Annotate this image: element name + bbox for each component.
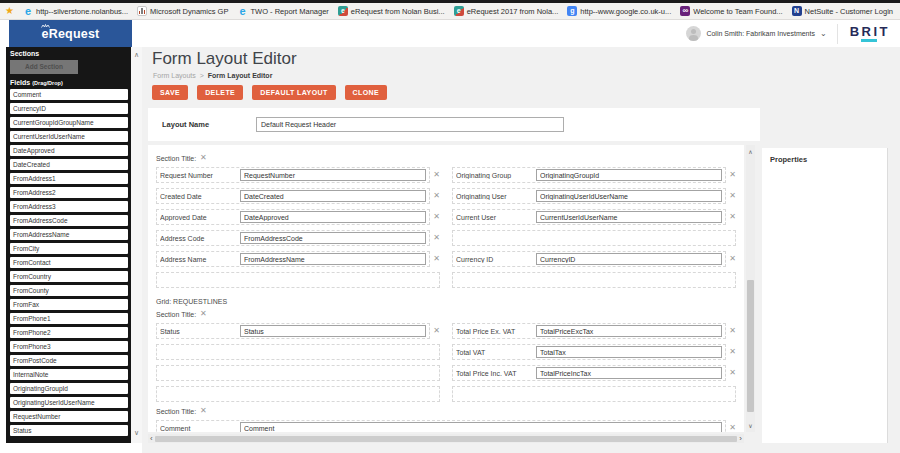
draggable-field[interactable]: FromAddress1 (10, 173, 128, 184)
sidebar-scrollbar[interactable]: ∧ ∨ (131, 47, 142, 443)
remove-field-icon[interactable]: ✕ (729, 192, 736, 200)
save-button[interactable]: SAVE (152, 85, 188, 100)
draggable-field[interactable]: FromAddressCode (10, 215, 128, 226)
bookmark-item[interactable]: g http--www.google.co.uk-u... (567, 6, 671, 16)
remove-field-icon[interactable]: ✕ (729, 255, 736, 263)
draggable-field[interactable]: FromAddress2 (10, 187, 128, 198)
draggable-field[interactable]: FromPhone3 (10, 341, 128, 352)
bookmark-item[interactable]: e eRequest 2017 from Nola... (454, 6, 559, 16)
remove-field-icon[interactable]: ✕ (433, 171, 440, 179)
draggable-field[interactable]: DateCreated (10, 159, 128, 170)
field-row[interactable]: Address Name ✕ (156, 251, 440, 267)
field-row[interactable]: Total VAT ✕ (452, 344, 736, 360)
field-input[interactable] (240, 253, 426, 265)
empty-field-slot[interactable] (452, 230, 736, 246)
user-menu[interactable]: Colin Smith: Fabrikam Investments (706, 30, 815, 37)
empty-field-slot[interactable] (156, 386, 440, 402)
field-input[interactable] (240, 190, 426, 202)
field-input[interactable] (240, 211, 426, 223)
draggable-field[interactable]: OriginatingGroupId (10, 383, 128, 394)
draggable-field[interactable]: FromPhone2 (10, 327, 128, 338)
field-input[interactable] (536, 169, 722, 181)
clone-button[interactable]: CLONE (345, 85, 388, 100)
delete-button[interactable]: DELETE (197, 85, 243, 100)
field-row[interactable]: Total Price Ex. VAT ✕ (452, 323, 736, 339)
field-input[interactable] (536, 253, 722, 265)
scroll-down-icon[interactable]: ∨ (131, 429, 142, 437)
field-row[interactable]: Originating User ✕ (452, 188, 736, 204)
draggable-field[interactable]: CurrencyID (10, 103, 128, 114)
field-row[interactable]: Status ✕ (156, 323, 440, 339)
field-input[interactable] (536, 190, 722, 202)
scroll-left-icon[interactable]: ‹ (150, 435, 153, 442)
remove-field-icon[interactable]: ✕ (433, 213, 440, 221)
field-input[interactable] (240, 169, 426, 181)
remove-section-icon[interactable]: ✕ (200, 310, 207, 318)
draggable-field[interactable]: FromAddress3 (10, 201, 128, 212)
scroll-down-icon[interactable]: ∨ (746, 422, 755, 429)
remove-field-icon[interactable]: ✕ (729, 348, 736, 356)
draggable-field[interactable]: Status (10, 425, 128, 436)
draggable-field[interactable]: Comment (10, 89, 128, 100)
draggable-field[interactable]: FromAddressName (10, 229, 128, 240)
scroll-up-icon[interactable]: ∧ (746, 148, 755, 155)
avatar[interactable] (686, 26, 701, 41)
remove-field-icon[interactable]: ✕ (433, 255, 440, 263)
empty-field-slot[interactable] (452, 272, 736, 288)
bookmark-item[interactable]: e eRequest from Nolan Busi... (338, 6, 445, 16)
remove-field-icon[interactable]: ✕ (729, 369, 736, 377)
horizontal-scrollbar[interactable]: ‹ › (148, 434, 744, 443)
field-input[interactable] (536, 346, 722, 358)
field-row[interactable]: Address Code ✕ (156, 230, 440, 246)
draggable-field[interactable]: DateApproved (10, 145, 128, 156)
field-input[interactable] (240, 422, 722, 432)
remove-section-icon[interactable]: ✕ (200, 407, 207, 415)
field-row[interactable]: Approved Date ✕ (156, 209, 440, 225)
scrollbar-thumb[interactable] (155, 436, 738, 442)
draggable-field[interactable]: RequestNumber (10, 411, 128, 422)
draggable-field[interactable]: FromContact (10, 257, 128, 268)
draggable-field[interactable]: FromPostCode (10, 355, 128, 366)
draggable-field[interactable]: FromCity (10, 243, 128, 254)
field-row[interactable]: Current User ✕ (452, 209, 736, 225)
field-input[interactable] (536, 325, 722, 337)
draggable-field[interactable]: FromCountry (10, 271, 128, 282)
bookmark-item[interactable]: N NetSuite - Customer Login (792, 6, 893, 16)
remove-field-icon[interactable]: ✕ (433, 234, 440, 242)
field-input[interactable] (536, 211, 722, 223)
empty-field-slot[interactable] (156, 344, 440, 360)
draggable-field[interactable]: OriginatingUserIdUserName (10, 397, 128, 408)
remove-field-icon[interactable]: ✕ (729, 424, 736, 432)
breadcrumb-link[interactable]: Form Layouts (153, 72, 196, 79)
field-row[interactable]: Comment ✕ (156, 420, 736, 432)
field-input[interactable] (240, 325, 426, 337)
draggable-field[interactable]: FromCounty (10, 285, 128, 296)
scrollbar-thumb[interactable] (747, 280, 754, 412)
empty-field-slot[interactable] (156, 365, 440, 381)
field-input[interactable] (240, 232, 426, 244)
draggable-field[interactable]: FromFax (10, 299, 128, 310)
remove-field-icon[interactable]: ✕ (729, 213, 736, 221)
bookmark-item[interactable]: e TWO - Report Manager (237, 6, 328, 16)
bookmark-item[interactable]: ∞ Welcome to Team Found... (680, 6, 782, 16)
erequest-logo[interactable]: eRequest (9, 20, 132, 47)
bookmark-item[interactable]: Microsoft Dynamics GP (137, 6, 228, 16)
draggable-field[interactable]: InternalNote (10, 369, 128, 380)
scroll-right-icon[interactable]: › (739, 435, 742, 442)
field-row[interactable]: Currency ID ✕ (452, 251, 736, 267)
field-row[interactable]: Originating Group ✕ (452, 167, 736, 183)
field-row[interactable]: Request Number ✕ (156, 167, 440, 183)
remove-field-icon[interactable]: ✕ (433, 327, 440, 335)
field-input[interactable] (536, 367, 722, 379)
star-icon[interactable]: ★ (5, 6, 14, 16)
empty-field-slot[interactable] (156, 272, 440, 288)
field-row[interactable]: Total Price Inc. VAT ✕ (452, 365, 736, 381)
empty-field-slot[interactable] (452, 386, 736, 402)
bookmark-item[interactable]: e http--silverstone.nolanbus... (23, 6, 128, 16)
scroll-up-icon[interactable]: ∧ (131, 51, 142, 59)
remove-field-icon[interactable]: ✕ (433, 192, 440, 200)
field-row[interactable]: Created Date ✕ (156, 188, 440, 204)
remove-section-icon[interactable]: ✕ (200, 154, 207, 162)
add-section-button[interactable]: Add Section (10, 60, 78, 74)
draggable-field[interactable]: CurrentUserIdUserName (10, 131, 128, 142)
